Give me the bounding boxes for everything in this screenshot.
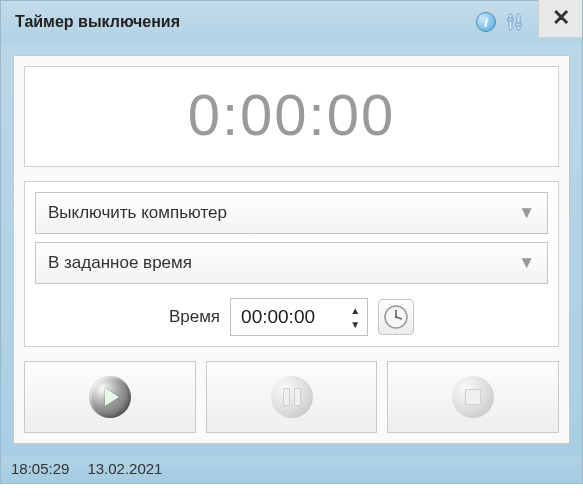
spinner-up[interactable]: ▲ bbox=[347, 303, 363, 317]
svg-rect-3 bbox=[516, 23, 522, 26]
time-input[interactable]: 00:00:00 ▲ ▼ bbox=[230, 298, 368, 336]
status-date: 13.02.2021 bbox=[87, 460, 162, 477]
chevron-down-icon: ▼ bbox=[518, 253, 535, 273]
stop-icon bbox=[452, 376, 494, 418]
info-icon[interactable]: i bbox=[476, 12, 496, 32]
time-spinner: ▲ ▼ bbox=[347, 303, 363, 331]
stop-button[interactable] bbox=[387, 361, 559, 433]
time-label: Время bbox=[169, 307, 220, 327]
content-area: 0:00:00 Выключить компьютер ▼ В заданное… bbox=[1, 43, 582, 456]
svg-rect-2 bbox=[508, 18, 514, 21]
main-panel: 0:00:00 Выключить компьютер ▼ В заданное… bbox=[13, 55, 570, 444]
action-select[interactable]: Выключить компьютер ▼ bbox=[35, 192, 548, 234]
clock-icon bbox=[383, 304, 409, 330]
pause-button[interactable] bbox=[206, 361, 378, 433]
time-row: Время 00:00:00 ▲ ▼ bbox=[35, 298, 548, 336]
svg-point-7 bbox=[395, 316, 397, 318]
status-bar: 18:05:29 13.02.2021 bbox=[1, 456, 582, 483]
app-window: Таймер выключения i ✕ 0:00:00 bbox=[0, 0, 583, 484]
spinner-down[interactable]: ▼ bbox=[347, 317, 363, 331]
play-button[interactable] bbox=[24, 361, 196, 433]
mode-select[interactable]: В заданное время ▼ bbox=[35, 242, 548, 284]
mode-select-value: В заданное время bbox=[48, 253, 192, 273]
media-buttons bbox=[24, 361, 559, 433]
pick-time-button[interactable] bbox=[378, 299, 414, 335]
svg-rect-1 bbox=[517, 14, 520, 30]
title-icons: i bbox=[476, 12, 526, 32]
close-icon: ✕ bbox=[552, 5, 570, 31]
timer-display: 0:00:00 bbox=[188, 82, 396, 147]
chevron-down-icon: ▼ bbox=[518, 203, 535, 223]
controls-panel: Выключить компьютер ▼ В заданное время ▼… bbox=[24, 181, 559, 347]
window-title: Таймер выключения bbox=[15, 13, 476, 31]
settings-icon[interactable] bbox=[504, 12, 526, 32]
pause-icon bbox=[271, 376, 313, 418]
close-button[interactable]: ✕ bbox=[538, 0, 582, 38]
title-bar: Таймер выключения i ✕ bbox=[1, 1, 582, 43]
action-select-value: Выключить компьютер bbox=[48, 203, 227, 223]
time-value: 00:00:00 bbox=[241, 306, 341, 328]
svg-rect-0 bbox=[509, 14, 512, 30]
status-time: 18:05:29 bbox=[11, 460, 69, 477]
timer-display-panel: 0:00:00 bbox=[24, 66, 559, 167]
play-icon bbox=[89, 376, 131, 418]
